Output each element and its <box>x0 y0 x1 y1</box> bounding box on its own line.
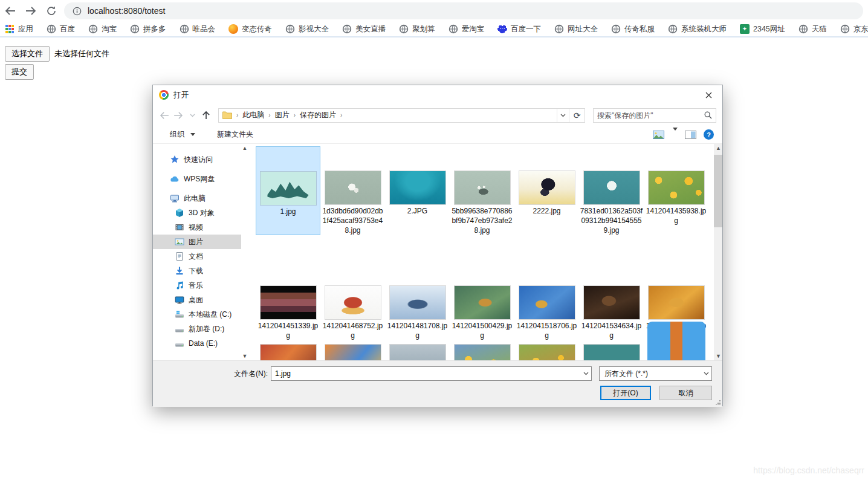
view-caret-icon[interactable] <box>672 131 678 139</box>
dialog-footer: 文件名(N): 所有文件 (*.*) 打开(O) 取消 <box>153 360 722 407</box>
filename-input[interactable] <box>271 369 580 378</box>
refresh-icon[interactable]: ⟳ <box>569 109 585 122</box>
organize-button[interactable]: 组织 <box>170 129 184 140</box>
sidebar-item[interactable]: 快速访问 <box>153 152 241 167</box>
file-item[interactable]: 2222.jpg <box>514 146 579 235</box>
breadcrumb-this-pc[interactable]: 此电脑 <box>242 110 264 120</box>
file-item[interactable] <box>450 345 514 360</box>
bookmark-item[interactable]: 天猫 <box>798 24 827 34</box>
choose-file-button[interactable]: 选择文件 <box>5 46 50 62</box>
file-item[interactable]: 5bb99638e770886bf9b747eb973afe28.jpg <box>450 146 514 235</box>
address-breadcrumb-bar[interactable]: › 此电脑 › 图片 › 保存的图片 › ⟳ <box>218 108 585 123</box>
s2345-icon: ✦ <box>740 24 750 34</box>
file-item[interactable] <box>579 345 644 360</box>
file-item[interactable]: 7831ed01362a503f09312b9941545559.jpg <box>579 146 644 235</box>
bookmark-item[interactable]: 京东 <box>840 24 868 34</box>
bookmark-item[interactable]: 网址大全 <box>554 24 598 34</box>
file-item[interactable]: 1412041451339.jpg <box>256 261 320 340</box>
bookmark-item[interactable]: 系统装机大师 <box>668 24 727 34</box>
sidebar-item[interactable]: 文档 <box>153 249 241 264</box>
new-folder-button[interactable]: 新建文件夹 <box>217 129 253 140</box>
cancel-button[interactable]: 取消 <box>659 386 712 400</box>
nav-forward-icon[interactable] <box>173 112 184 119</box>
sidebar-scroll-down-icon[interactable]: ▼ <box>241 353 248 359</box>
resize-grip[interactable] <box>716 400 721 405</box>
sidebar-item[interactable]: 桌面 <box>153 293 241 307</box>
file-list-scrollbar[interactable]: ▲ ▼ <box>714 144 722 360</box>
search-input[interactable] <box>597 111 704 120</box>
address-bar[interactable]: localhost:8080/totest <box>64 2 863 19</box>
file-item[interactable]: 1412041500429.jpg <box>450 261 514 340</box>
file-item[interactable]: 1d3dbd6d90d02db1f425acaf93753e48.jpg <box>320 146 385 235</box>
filetype-select[interactable]: 所有文件 (*.*) <box>599 366 712 381</box>
bookmark-item[interactable]: 唯品会 <box>180 24 216 34</box>
nav-back-icon[interactable] <box>159 112 170 119</box>
file-thumbnail <box>519 345 575 360</box>
file-item[interactable]: 1412041534634.jpg <box>579 261 644 340</box>
filename-field[interactable] <box>271 366 592 381</box>
bookmark-item[interactable]: 美女直播 <box>342 24 386 34</box>
sidebar-item[interactable]: 图片 <box>153 235 241 249</box>
bookmark-item[interactable]: 淘宝 <box>88 24 117 34</box>
search-box[interactable] <box>593 108 716 123</box>
list-scroll-thumb[interactable] <box>714 155 722 227</box>
bookmark-item[interactable]: 百度一下 <box>497 24 541 34</box>
preview-pane-icon[interactable] <box>685 131 696 139</box>
back-icon[interactable] <box>0 2 21 19</box>
open-button[interactable]: 打开(O) <box>600 386 651 400</box>
file-item[interactable] <box>256 345 320 360</box>
bookmark-item[interactable]: 拼多多 <box>130 24 166 34</box>
list-scroll-up-icon[interactable]: ▲ <box>714 145 722 151</box>
submit-button[interactable]: 提交 <box>5 64 34 80</box>
address-dropdown-icon[interactable] <box>557 109 569 122</box>
sidebar-item[interactable]: Data (E:) <box>153 336 241 351</box>
bookmark-label: 百度 <box>60 24 75 34</box>
bookmark-item[interactable]: 影视大全 <box>285 24 329 34</box>
sidebar-scrollbar[interactable]: ▲ ▼ <box>241 144 248 360</box>
file-item[interactable] <box>385 345 450 360</box>
sidebar-item[interactable]: 新加卷 (D:) <box>153 322 241 336</box>
file-item[interactable] <box>644 345 708 360</box>
sidebar-item[interactable]: 音乐 <box>153 278 241 293</box>
bookmark-item[interactable]: 聚划算 <box>399 24 435 34</box>
sidebar-item[interactable]: 3D 对象 <box>153 206 241 220</box>
dialog-titlebar[interactable]: 打开 <box>153 85 722 105</box>
file-item[interactable]: 1412041435938.jpg <box>644 146 708 235</box>
close-icon[interactable] <box>695 85 722 105</box>
sidebar-scroll-up-icon[interactable]: ▲ <box>241 145 248 151</box>
file-item[interactable]: 1412041468752.jpg <box>320 261 385 340</box>
file-item[interactable]: 1.jpg <box>256 146 320 235</box>
breadcrumb[interactable]: › 此电脑 › 图片 › 保存的图片 › <box>219 109 557 122</box>
list-scroll-down-icon[interactable]: ▼ <box>714 353 722 359</box>
bookmark-item[interactable]: 爱淘宝 <box>449 24 485 34</box>
file-item[interactable] <box>514 345 579 360</box>
file-item[interactable]: 1412041518706.jpg <box>514 261 579 340</box>
sidebar-item[interactable]: WPS网盘 <box>153 172 241 186</box>
reload-icon[interactable] <box>41 2 62 19</box>
sidebar-item[interactable]: 本地磁盘 (C:) <box>153 307 241 322</box>
help-icon[interactable]: ? <box>704 129 714 140</box>
file-name: 1.jpg <box>256 207 320 216</box>
file-thumbnail <box>325 286 381 319</box>
bookmark-item[interactable]: 传奇私服 <box>611 24 655 34</box>
file-item[interactable] <box>320 345 385 360</box>
bookmark-item[interactable]: ✦2345网址 <box>740 24 785 34</box>
forward-icon[interactable] <box>21 2 41 19</box>
view-thumbnails-icon[interactable] <box>653 131 664 139</box>
sidebar-item[interactable]: 此电脑 <box>153 191 241 206</box>
apps-shortcut[interactable]: 应用 <box>5 24 33 34</box>
nav-up-icon[interactable] <box>201 111 212 120</box>
file-item[interactable]: 1412041481708.jpg <box>385 261 450 340</box>
sidebar-item-label: 下载 <box>189 266 203 276</box>
page-info-icon[interactable] <box>73 7 82 16</box>
breadcrumb-pictures[interactable]: 图片 <box>275 110 290 120</box>
bookmark-item[interactable]: 变态传奇 <box>228 24 272 34</box>
filename-dropdown-icon[interactable] <box>580 372 591 375</box>
breadcrumb-saved-pictures[interactable]: 保存的图片 <box>300 110 336 120</box>
nav-history-chevron-icon[interactable] <box>187 114 198 117</box>
filename-label: 文件名(N): <box>153 369 268 379</box>
bookmark-item[interactable]: 百度 <box>47 24 75 34</box>
sidebar-item[interactable]: 视频 <box>153 220 241 235</box>
file-item[interactable]: 2.JPG <box>385 146 450 235</box>
sidebar-item[interactable]: 下载 <box>153 264 241 278</box>
